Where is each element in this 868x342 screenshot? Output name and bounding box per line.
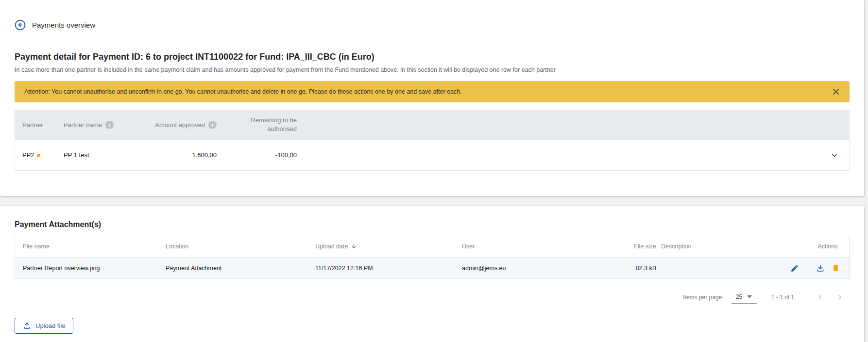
remaining-cell: -100,00 (217, 151, 297, 159)
next-page-button[interactable] (830, 288, 850, 307)
back-link-label: Payments overview (32, 21, 95, 29)
file-size-cell: 82.3 kB (622, 265, 656, 272)
header-remaining-label: Remaining to be authorised (242, 116, 297, 133)
trash-icon (832, 264, 840, 272)
chevron-right-icon (836, 293, 844, 301)
attachments-header-row: File name Location Upload date User File… (15, 235, 849, 258)
partners-table: Partner Partner name i Amount approved i… (15, 110, 850, 171)
user-cell: admin@jems.eu (462, 265, 622, 272)
items-per-page-label: Items per page: (683, 294, 723, 301)
info-icon[interactable]: i (208, 121, 217, 129)
chevron-down-icon (831, 151, 838, 159)
page-range-label: 1 - 1 of 1 (771, 294, 794, 301)
partner-status-dot-icon (37, 154, 40, 157)
header-partner-name-label: Partner name (64, 121, 102, 129)
pencil-icon (790, 264, 799, 273)
chevron-left-icon (817, 293, 824, 301)
payments-overview-back-link[interactable]: Payments overview (15, 19, 95, 31)
attachment-row: Partner Report overview.png Payment Atta… (15, 258, 849, 278)
row-expand-button[interactable] (831, 151, 838, 159)
header-actions: Actions (806, 235, 849, 257)
header-upload-date[interactable]: Upload date (315, 243, 462, 250)
partner-cell: PP2 (15, 151, 56, 159)
banner-close-button[interactable] (831, 87, 841, 97)
header-partner-name: Partner name i (56, 121, 151, 129)
upload-icon (23, 322, 31, 330)
partner-table-row: PP2 PP 1 test 1.600,00 -100,00 (15, 139, 849, 170)
upload-file-button[interactable]: Upload file (15, 318, 73, 334)
edit-description-button[interactable] (790, 264, 799, 273)
header-user: User (462, 243, 622, 250)
header-partner: Partner (15, 121, 56, 129)
file-name-cell: Partner Report overview.png (15, 265, 166, 272)
sort-descending-icon (351, 243, 357, 249)
caret-down-icon (747, 295, 752, 298)
page-title: Payment detail for Payment ID: 6 to proj… (15, 52, 850, 62)
download-icon (816, 264, 825, 273)
amount-approved-cell: 1.600,00 (151, 151, 217, 159)
header-amount-approved-label: Amount approved (155, 121, 205, 129)
header-file-name: File name (15, 243, 166, 250)
upload-button-label: Upload file (35, 322, 65, 329)
header-amount-approved: Amount approved i (151, 121, 217, 129)
page-size-select[interactable]: 25 (732, 292, 757, 304)
back-circle-arrow-icon (15, 19, 26, 31)
attachments-section-title: Payment Attachment(s) (15, 220, 850, 229)
header-upload-date-label: Upload date (315, 243, 348, 250)
attachments-table: File name Location Upload date User File… (15, 235, 850, 279)
page-size-value: 25 (736, 293, 742, 300)
partner-code: PP2 (22, 151, 34, 159)
partner-name-cell: PP 1 test (56, 151, 151, 159)
previous-page-button[interactable] (811, 288, 830, 307)
payment-attachments-card: Payment Attachment(s) File name Location… (0, 206, 864, 342)
description-cell (656, 264, 806, 273)
warning-banner-message: Attention: You cannot unauthorise and un… (24, 88, 462, 95)
paginator: Items per page: 25 1 - 1 of 1 (15, 288, 850, 307)
upload-date-cell: 11/17/2022 12:16 PM (315, 265, 462, 272)
info-icon[interactable]: i (105, 121, 114, 129)
partners-table-header-row: Partner Partner name i Amount approved i… (15, 110, 849, 139)
actions-cell (806, 258, 849, 278)
page-subtitle: In case more than one partner is include… (15, 66, 850, 73)
location-cell: Payment Attachment (166, 265, 315, 272)
warning-banner: Attention: You cannot unauthorise and un… (15, 81, 850, 102)
header-location: Location (166, 243, 315, 250)
close-icon (833, 88, 839, 95)
header-remaining: Remaining to be authorised (217, 116, 297, 133)
delete-file-button[interactable] (832, 264, 840, 272)
header-description-label: Description (661, 243, 692, 250)
payment-detail-card: Payments overview Payment detail for Pay… (0, 0, 864, 196)
header-file-size: File size (622, 243, 656, 250)
header-description: Description (656, 243, 806, 250)
download-file-button[interactable] (816, 264, 825, 273)
